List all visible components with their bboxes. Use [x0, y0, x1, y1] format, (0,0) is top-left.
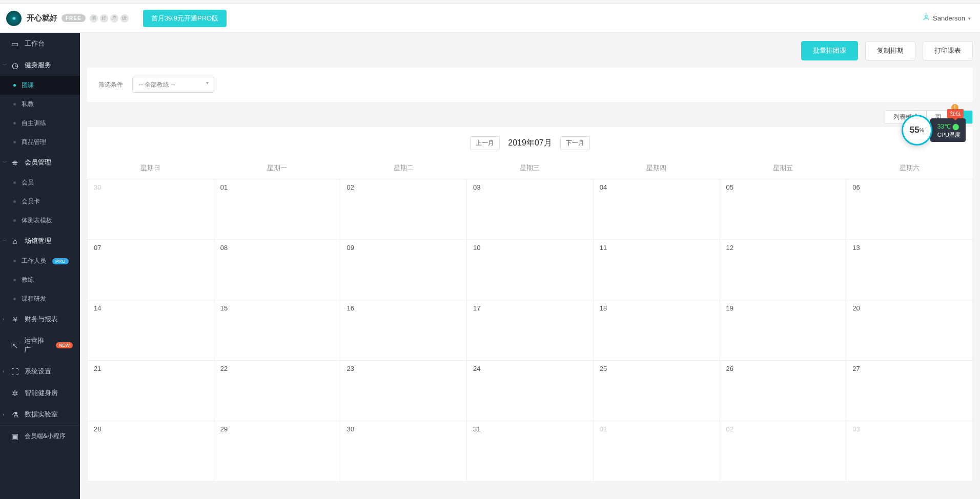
- red-envelope-flag[interactable]: 红包: [947, 109, 964, 118]
- calendar-day-cell[interactable]: 02: [340, 179, 467, 240]
- calendar-day-cell[interactable]: 18: [593, 300, 720, 361]
- sidebar-item[interactable]: ﹀⛯会员管理: [0, 152, 80, 173]
- chevron-down-icon: ﹀: [3, 238, 7, 244]
- chevron-down-icon: ▾: [968, 16, 971, 21]
- sidebar-item[interactable]: ﹀⌂场馆管理: [0, 230, 80, 252]
- calendar-title: 2019年07月: [508, 138, 552, 149]
- header-dot[interactable]: 好: [100, 14, 108, 23]
- prev-month-button[interactable]: 上一月: [470, 136, 500, 150]
- view-toggle: 列表模式 周 月: [87, 110, 973, 124]
- sidebar-sub-item[interactable]: 团课: [0, 76, 80, 95]
- calendar-day-cell[interactable]: 01: [593, 421, 720, 482]
- cpu-widget[interactable]: 55% ! 红包 33℃ ⬤ CPU温度: [902, 115, 966, 145]
- calendar-day-cell[interactable]: 04: [593, 179, 720, 240]
- menu-icon: ▭: [10, 40, 19, 48]
- weekday-header: 星期一: [214, 157, 340, 179]
- calendar-day-cell[interactable]: 17: [467, 300, 594, 361]
- calendar-day-cell[interactable]: 11: [593, 240, 720, 300]
- badge: PRO: [52, 258, 69, 264]
- sidebar-item[interactable]: ›￥财务与报表: [0, 308, 80, 330]
- username: Sanderson: [933, 14, 965, 22]
- calendar-day-cell[interactable]: 28: [88, 421, 214, 482]
- sidebar-sub-item[interactable]: 教练: [0, 271, 80, 289]
- weekday-header: 星期日: [88, 157, 214, 179]
- action-bar: 批量排团课 复制排期 打印课表: [87, 41, 973, 60]
- calendar-day-cell[interactable]: 09: [340, 240, 467, 300]
- sidebar: ▭工作台﹀◷健身服务团课私教自主训练商品管理﹀⛯会员管理会员会员卡体测表模板﹀⌂…: [0, 33, 80, 499]
- calendar-day-cell[interactable]: 03: [467, 179, 594, 240]
- calendar-day-cell[interactable]: 19: [720, 300, 846, 361]
- filter-label: 筛选条件: [98, 80, 123, 89]
- calendar-day-cell[interactable]: 26: [720, 361, 846, 421]
- menu-icon: ✲: [10, 389, 19, 397]
- sidebar-item[interactable]: ▭工作台: [0, 33, 80, 54]
- header-dot[interactable]: 设: [120, 14, 129, 23]
- sidebar-footer-item[interactable]: ▣会员端&小程序: [0, 425, 80, 447]
- sidebar-sub-item[interactable]: 会员: [0, 173, 80, 192]
- copy-schedule-button[interactable]: 复制排期: [865, 41, 915, 60]
- promo-button[interactable]: 首月39.9元开通PRO版: [143, 10, 227, 27]
- svg-point-0: [925, 15, 928, 17]
- menu-icon: ⛶: [10, 368, 19, 376]
- calendar-day-cell[interactable]: 30: [88, 179, 214, 240]
- cpu-gauge: 55%: [902, 115, 932, 145]
- calendar-day-cell[interactable]: 14: [88, 300, 214, 361]
- calendar-day-cell[interactable]: 20: [846, 300, 973, 361]
- calendar-day-cell[interactable]: 25: [593, 361, 720, 421]
- calendar-day-cell[interactable]: 27: [846, 361, 973, 421]
- print-schedule-button[interactable]: 打印课表: [923, 41, 973, 60]
- sidebar-sub-item[interactable]: 自主训练: [0, 114, 80, 133]
- user-icon: [923, 14, 930, 23]
- calendar-day-cell[interactable]: 02: [720, 421, 846, 482]
- calendar-day-cell[interactable]: 13: [846, 240, 973, 300]
- weekday-header: 星期三: [467, 157, 594, 179]
- calendar-day-cell[interactable]: 07: [88, 240, 214, 300]
- menu-icon: ⇱: [10, 342, 19, 349]
- sidebar-item[interactable]: ﹀◷健身服务: [0, 54, 80, 76]
- calendar-day-cell[interactable]: 01: [214, 179, 340, 240]
- calendar-day-cell[interactable]: 06: [846, 179, 973, 240]
- calendar-day-cell[interactable]: 03: [846, 421, 973, 482]
- calendar-day-cell[interactable]: 12: [720, 240, 846, 300]
- user-menu[interactable]: Sanderson ▾: [923, 14, 971, 23]
- sidebar-item[interactable]: ✲智能健身房: [0, 382, 80, 404]
- menu-icon: ￥: [10, 316, 19, 323]
- calendar: 上一月 2019年07月 下一月 星期日星期一星期二星期三星期四星期五星期六 3…: [87, 127, 973, 482]
- cpu-temp-label: CPU温度: [937, 131, 961, 139]
- bulk-schedule-button[interactable]: 批量排团课: [801, 41, 858, 60]
- sidebar-sub-item[interactable]: 体测表模板: [0, 211, 80, 230]
- header-shortcut-dots: 消好户设: [90, 14, 129, 23]
- sidebar-sub-item[interactable]: 商品管理: [0, 133, 80, 152]
- calendar-day-cell[interactable]: 24: [467, 361, 594, 421]
- menu-icon: ⌂: [10, 237, 19, 245]
- next-month-button[interactable]: 下一月: [560, 136, 590, 150]
- header-dot[interactable]: 户: [110, 14, 118, 23]
- calendar-day-cell[interactable]: 05: [720, 179, 846, 240]
- sidebar-sub-item[interactable]: 课程研发: [0, 289, 80, 308]
- sidebar-sub-item[interactable]: 私教: [0, 95, 80, 114]
- weekday-header: 星期六: [846, 157, 973, 179]
- calendar-day-cell[interactable]: 23: [340, 361, 467, 421]
- calendar-day-cell[interactable]: 29: [214, 421, 340, 482]
- sidebar-item[interactable]: ›⛶系统设置: [0, 361, 80, 382]
- sidebar-sub-item[interactable]: 会员卡: [0, 192, 80, 211]
- miniapp-icon: ▣: [10, 432, 19, 440]
- calendar-day-cell[interactable]: 30: [340, 421, 467, 482]
- header-dot[interactable]: 消: [90, 14, 98, 23]
- chevron-down-icon: ﹀: [3, 62, 7, 69]
- sidebar-item[interactable]: ⇱运营推广NEW: [0, 330, 80, 361]
- coach-filter-select[interactable]: -- 全部教练 --: [132, 77, 214, 93]
- calendar-day-cell[interactable]: 16: [340, 300, 467, 361]
- app-name: 开心就好: [27, 13, 57, 23]
- calendar-day-cell[interactable]: 15: [214, 300, 340, 361]
- calendar-grid: 星期日星期一星期二星期三星期四星期五星期六 300102030405060708…: [87, 157, 973, 482]
- calendar-day-cell[interactable]: 10: [467, 240, 594, 300]
- menu-icon: ⛯: [10, 159, 19, 167]
- main-content: 批量排团课 复制排期 打印课表 筛选条件 -- 全部教练 -- 列表模式 周 月…: [80, 33, 980, 499]
- calendar-day-cell[interactable]: 22: [214, 361, 340, 421]
- calendar-day-cell[interactable]: 31: [467, 421, 594, 482]
- sidebar-item[interactable]: ›⚗数据实验室: [0, 404, 80, 425]
- calendar-day-cell[interactable]: 21: [88, 361, 214, 421]
- calendar-day-cell[interactable]: 08: [214, 240, 340, 300]
- sidebar-sub-item[interactable]: 工作人员PRO: [0, 252, 80, 271]
